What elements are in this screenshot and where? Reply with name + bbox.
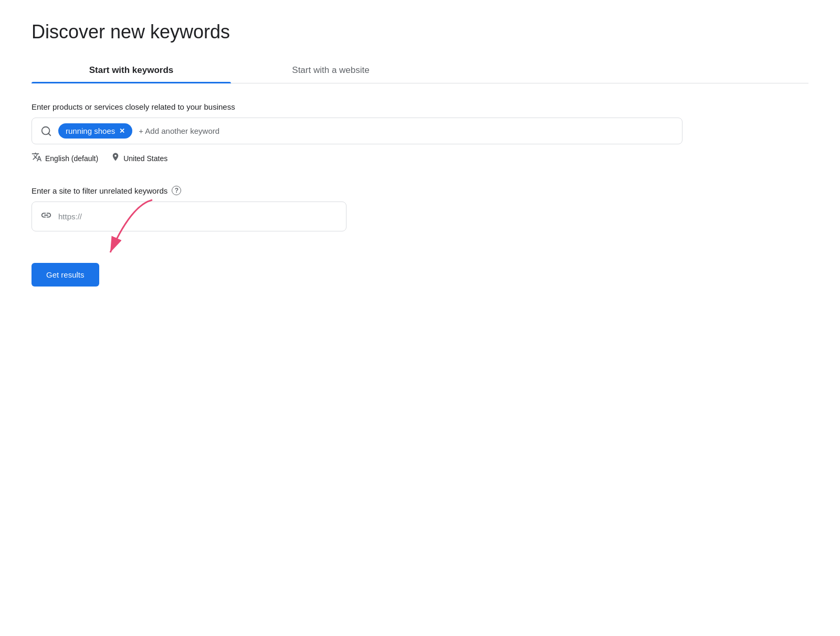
tab-keywords[interactable]: Start with keywords	[32, 58, 231, 83]
tabs-container: Start with keywords Start with a website	[32, 58, 808, 83]
translate-icon	[32, 152, 42, 165]
tab-keywords-label: Start with keywords	[89, 65, 174, 75]
svg-line-1	[48, 133, 50, 135]
location-label: United States	[123, 154, 167, 163]
help-icon[interactable]: ?	[172, 186, 181, 195]
get-results-button[interactable]: Get results	[32, 263, 99, 287]
filter-section: Enter a site to filter unrelated keyword…	[32, 186, 808, 231]
filter-section-label: Enter a site to filter unrelated keyword…	[32, 186, 167, 195]
add-keyword-placeholder[interactable]: + Add another keyword	[139, 126, 219, 135]
keyword-chip-close-button[interactable]: ✕	[119, 128, 125, 134]
get-results-container: Get results	[32, 263, 99, 287]
url-input-area[interactable]: https://	[32, 202, 346, 231]
keyword-section-label: Enter products or services closely relat…	[32, 102, 808, 111]
tab-website[interactable]: Start with a website	[231, 58, 430, 83]
tab-website-label: Start with a website	[292, 65, 369, 75]
keyword-section: Enter products or services closely relat…	[32, 102, 808, 165]
keyword-chip-label: running shoes	[66, 126, 115, 135]
location-icon	[111, 152, 120, 164]
link-icon	[40, 209, 52, 224]
page-title: Discover new keywords	[32, 21, 808, 43]
url-input-placeholder: https://	[58, 212, 82, 221]
locale-row: English (default) United States	[32, 152, 808, 165]
keyword-input-area[interactable]: running shoes ✕ + Add another keyword	[32, 118, 682, 144]
keyword-chip-running-shoes: running shoes ✕	[58, 123, 132, 139]
language-label: English (default)	[45, 154, 98, 163]
search-icon	[40, 125, 52, 137]
language-selector[interactable]: English (default)	[32, 152, 98, 165]
filter-label-row: Enter a site to filter unrelated keyword…	[32, 186, 808, 195]
location-selector[interactable]: United States	[111, 152, 167, 164]
